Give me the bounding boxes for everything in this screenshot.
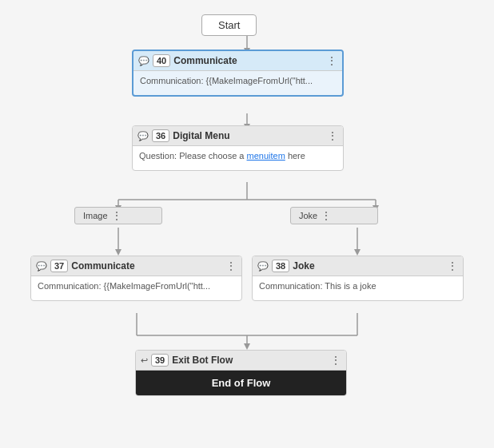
chat-icon-38: 💬: [257, 261, 269, 272]
menu-icon-38[interactable]: ⋮: [447, 260, 458, 272]
communicate-40-node[interactable]: 💬 40 Communicate ⋮ Communication: {{Make…: [132, 50, 344, 97]
svg-marker-18: [244, 343, 250, 350]
joke-38-header: 💬 38 Joke ⋮: [253, 256, 463, 276]
joke-branch-button[interactable]: Joke ⋮: [290, 207, 378, 224]
title-39: Exit Bot Flow: [172, 355, 327, 366]
badge-40: 40: [153, 54, 170, 67]
badge-38: 38: [272, 260, 289, 272]
communicate-37-node[interactable]: 💬 37 Communicate ⋮ Communication: {{Make…: [30, 256, 242, 301]
exit-bot-39-header: ↩ 39 Exit Bot Flow ⋮: [136, 351, 346, 371]
joke-branch-menu-icon[interactable]: ⋮: [321, 210, 332, 221]
end-of-flow-label: End of Flow: [136, 371, 346, 395]
start-node: Start: [201, 14, 257, 36]
digital-menu-36-header: 💬 36 Digital Menu ⋮: [133, 126, 343, 146]
body-37: Communication: {{MakeImageFromUrl("htt..…: [31, 276, 241, 300]
exit-icon-39: ↩: [141, 355, 148, 366]
menu-icon-40[interactable]: ⋮: [326, 55, 337, 66]
menu-icon-37[interactable]: ⋮: [225, 260, 237, 272]
title-36: Digital Menu: [173, 130, 324, 141]
chat-icon-37: 💬: [36, 261, 47, 272]
image-branch-button[interactable]: Image ⋮: [74, 207, 162, 224]
svg-marker-11: [115, 249, 122, 256]
badge-37: 37: [50, 260, 68, 272]
communicate-37-header: 💬 37 Communicate ⋮: [31, 256, 241, 276]
badge-36: 36: [152, 129, 169, 142]
image-branch-label: Image: [83, 211, 108, 220]
menuitem-link[interactable]: menuitem: [247, 151, 285, 161]
body-36: Question: Please choose a menuitem here: [133, 146, 343, 170]
body-40: Communication: {{MakeImageFromUrl("htt..…: [133, 71, 342, 95]
title-38: Joke: [293, 260, 444, 272]
joke-branch-label: Joke: [299, 211, 317, 220]
communicate-40-header: 💬 40 Communicate ⋮: [133, 51, 342, 71]
image-branch-menu-icon[interactable]: ⋮: [111, 210, 122, 221]
digital-menu-36-node[interactable]: 💬 36 Digital Menu ⋮ Question: Please cho…: [132, 125, 344, 171]
menu-icon-39[interactable]: ⋮: [330, 355, 341, 366]
chat-icon-40: 💬: [138, 56, 149, 66]
exit-bot-39-node[interactable]: ↩ 39 Exit Bot Flow ⋮ End of Flow: [135, 350, 347, 396]
body-38: Communication: This is a joke: [253, 276, 463, 300]
title-37: Communicate: [71, 260, 222, 272]
badge-39: 39: [151, 354, 169, 367]
flow-canvas: Start 💬 40 Communicate ⋮ Communication: …: [0, 0, 494, 448]
svg-marker-13: [354, 249, 361, 256]
title-40: Communicate: [173, 55, 323, 66]
joke-38-node[interactable]: 💬 38 Joke ⋮ Communication: This is a jok…: [252, 256, 464, 301]
chat-icon-36: 💬: [137, 131, 149, 141]
menu-icon-36[interactable]: ⋮: [327, 130, 338, 141]
start-label: Start: [218, 19, 240, 31]
